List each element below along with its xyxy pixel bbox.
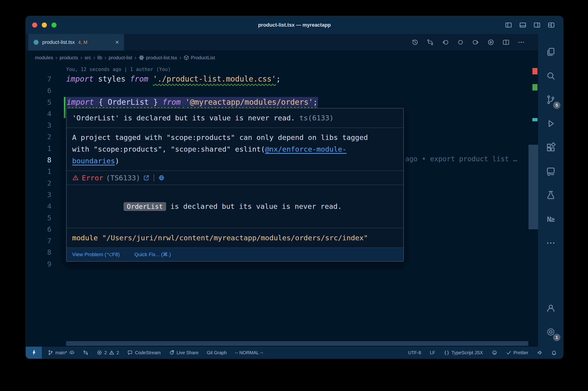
remote-indicator[interactable] bbox=[26, 347, 42, 359]
extensions-icon bbox=[546, 142, 556, 153]
notifications-button[interactable] bbox=[551, 350, 557, 355]
line-number: 2 bbox=[26, 131, 51, 142]
megaphone-icon bbox=[537, 350, 543, 355]
react-icon bbox=[139, 55, 144, 60]
warning-triangle-icon bbox=[72, 174, 79, 181]
editor-actions bbox=[411, 34, 525, 51]
scm-badge: 5 bbox=[553, 101, 560, 109]
code-line[interactable] bbox=[66, 85, 524, 96]
close-tab-icon[interactable]: × bbox=[115, 39, 119, 45]
diagnostics-hover-popup: 'OrderList' is declared but its value is… bbox=[66, 108, 404, 262]
account-button[interactable] bbox=[538, 296, 563, 320]
hover-ts-message: 'OrderList' is declared but its value is… bbox=[67, 108, 403, 128]
sidebar-item-extensions[interactable] bbox=[538, 136, 563, 159]
live-share-status[interactable]: Live Share bbox=[169, 350, 199, 355]
globe-icon[interactable] bbox=[158, 175, 165, 181]
sidebar-item-explorer[interactable] bbox=[538, 40, 563, 64]
gitlens-blame-lens[interactable]: You, 12 seconds ago | 1 author (You) bbox=[66, 67, 171, 72]
symbol-chip: OrderList bbox=[124, 202, 166, 211]
sidebar-item-search[interactable] bbox=[538, 64, 563, 88]
line-number: 9 bbox=[26, 258, 51, 270]
next-change-icon[interactable] bbox=[472, 39, 479, 46]
error-code: (TS6133) bbox=[106, 174, 140, 182]
more-actions-icon[interactable] bbox=[517, 39, 525, 46]
bell-icon bbox=[551, 350, 557, 355]
chevron-right-icon: › bbox=[179, 54, 182, 61]
toggle-panel-icon[interactable] bbox=[519, 21, 526, 29]
braces-icon: {} bbox=[444, 350, 449, 355]
sidebar-item-source-control[interactable]: 5 bbox=[538, 88, 563, 112]
toggle-secondary-sidebar-icon[interactable] bbox=[533, 21, 541, 29]
chevron-right-icon: › bbox=[55, 54, 58, 61]
close-window-button[interactable] bbox=[32, 22, 37, 28]
chevron-right-icon: › bbox=[104, 54, 107, 61]
react-icon bbox=[33, 39, 39, 45]
sidebar-item-testing[interactable] bbox=[538, 183, 563, 207]
sidebar-item-more[interactable] bbox=[538, 231, 563, 255]
breadcrumb-item-product-list[interactable]: product-list bbox=[109, 55, 132, 60]
hover-error-detail: OrderList is declared but its value is n… bbox=[67, 185, 403, 228]
git-branch-status[interactable]: main* bbox=[48, 350, 75, 355]
horizontal-scrollbar-thumb[interactable] bbox=[66, 341, 528, 346]
announcement-button[interactable] bbox=[537, 350, 543, 355]
divider bbox=[154, 174, 154, 181]
status-bar: main* 2 2 CodeStream Live Share Git Grap… bbox=[26, 347, 563, 359]
error-circle-icon bbox=[97, 350, 102, 355]
eol-status[interactable]: LF bbox=[430, 350, 435, 355]
files-icon bbox=[546, 47, 556, 57]
sidebar-item-remote-explorer[interactable] bbox=[538, 159, 563, 183]
remote-explorer-icon bbox=[546, 166, 556, 177]
vertical-scrollbar-thumb[interactable] bbox=[528, 145, 538, 229]
activity-bar: 5 N≥ 1 bbox=[538, 34, 563, 347]
more-icon bbox=[546, 238, 556, 248]
breadcrumb-item-products[interactable]: products bbox=[60, 55, 78, 60]
sidebar-item-nx-console[interactable]: N≥ bbox=[538, 207, 563, 231]
error-label: Error bbox=[82, 174, 103, 182]
quick-fix-button[interactable]: Quick Fix... (⌘.) bbox=[134, 252, 171, 258]
zoom-window-button[interactable] bbox=[51, 22, 57, 28]
cloud-upload-icon bbox=[69, 350, 75, 355]
overview-ruler[interactable] bbox=[528, 65, 538, 347]
code-line[interactable]: import { OrderList } from '@myreactapp/m… bbox=[66, 97, 524, 108]
gutter-change-indicator bbox=[64, 97, 66, 118]
breadcrumb-item-modules[interactable]: modules bbox=[35, 55, 53, 60]
split-editor-icon[interactable] bbox=[502, 39, 510, 46]
breadcrumb-item-symbol[interactable]: ProductList bbox=[183, 55, 215, 60]
run-file-icon[interactable] bbox=[487, 39, 495, 46]
feedback-smiley-button[interactable] bbox=[492, 350, 497, 355]
compare-circle-icon[interactable] bbox=[457, 39, 464, 46]
tab-product-list[interactable]: product-list.tsx 4, M × bbox=[28, 34, 124, 51]
view-problem-button[interactable]: View Problem (⌥F8) bbox=[72, 252, 120, 258]
line-number: 6 bbox=[26, 223, 51, 235]
settings-button[interactable]: 1 bbox=[538, 320, 563, 344]
line-number: 7 bbox=[26, 73, 51, 85]
breadcrumb-item-src[interactable]: src bbox=[84, 55, 91, 60]
beaker-icon bbox=[546, 190, 556, 200]
breadcrumb-item-file[interactable]: product-list.tsx bbox=[139, 55, 177, 60]
language-mode-status[interactable]: {} TypeScript JSX bbox=[444, 350, 483, 355]
git-compare-icon[interactable] bbox=[426, 39, 434, 46]
prev-change-icon[interactable] bbox=[442, 39, 449, 46]
breadcrumb-item-lib[interactable]: lib bbox=[97, 55, 102, 60]
chevron-right-icon: › bbox=[80, 54, 83, 61]
history-icon[interactable] bbox=[411, 39, 419, 46]
line-number: 3 bbox=[26, 119, 51, 131]
customize-layout-icon[interactable] bbox=[548, 21, 555, 29]
settings-badge: 1 bbox=[553, 334, 560, 341]
gitlens-compare-button[interactable] bbox=[83, 350, 88, 355]
vim-mode-indicator[interactable]: -- NORMAL -- bbox=[235, 350, 263, 355]
tab-decoration: 4, M bbox=[78, 39, 87, 45]
sidebar-item-run-debug[interactable] bbox=[538, 112, 563, 136]
minimize-window-button[interactable] bbox=[42, 22, 47, 28]
external-link-icon[interactable] bbox=[143, 175, 150, 181]
problems-status[interactable]: 2 2 bbox=[97, 350, 119, 355]
code-line[interactable]: import styles from './product-list.modul… bbox=[66, 73, 524, 85]
titlebar: product-list.tsx — myreactapp bbox=[26, 16, 563, 34]
git-graph-status[interactable]: Git Graph bbox=[207, 350, 227, 355]
code-editor[interactable]: You, 12 seconds ago | 1 author (You) 765… bbox=[26, 65, 538, 347]
encoding-status[interactable]: UTF-8 bbox=[408, 350, 421, 355]
codestream-status[interactable]: CodeStream bbox=[127, 350, 161, 355]
toggle-sidebar-icon[interactable] bbox=[505, 21, 512, 29]
line-number: 7 bbox=[26, 235, 51, 247]
prettier-status[interactable]: Prettier bbox=[506, 350, 528, 355]
